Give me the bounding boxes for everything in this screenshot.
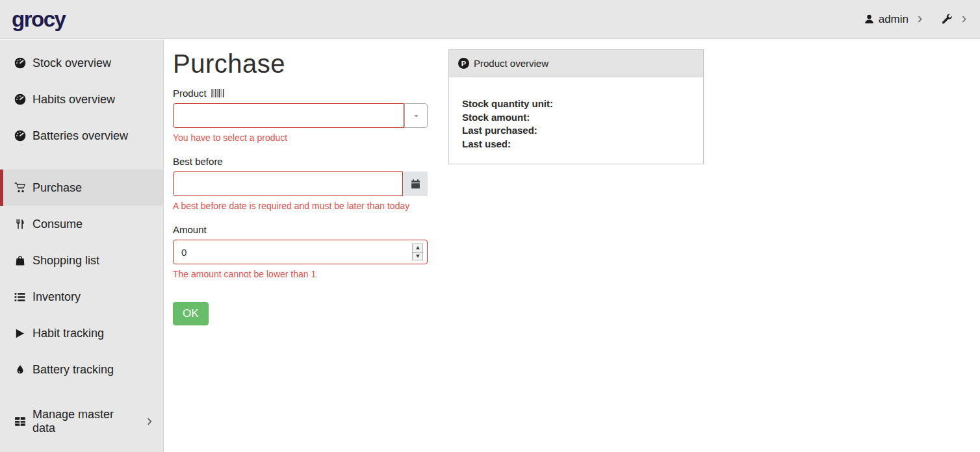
settings-chevron-right-icon[interactable] <box>960 15 968 23</box>
last-purchased-label: Last purchased: <box>462 124 690 138</box>
sidebar: Stock overview Habits overview Batteries… <box>0 40 164 452</box>
sidebar-item-habit-tracking[interactable]: Habit tracking <box>0 315 163 351</box>
table-icon <box>13 415 27 428</box>
amount-label: Amount <box>173 223 428 236</box>
product-field-group: Product You have to select a product <box>173 86 428 144</box>
sidebar-item-label: Manage master data <box>32 408 139 435</box>
stepper-down-icon[interactable] <box>413 252 422 260</box>
header-right: admin <box>864 13 968 26</box>
best-before-error: A best before date is required and must … <box>173 200 428 212</box>
sidebar-item-label: Batteries overview <box>32 129 128 143</box>
wrench-icon[interactable] <box>940 13 953 25</box>
product-overview-body: Stock quantity unit: Stock amount: Last … <box>449 77 703 164</box>
barcode-icon <box>211 89 225 97</box>
product-select-input[interactable] <box>173 103 404 128</box>
user-icon <box>864 14 875 25</box>
shopping-cart-icon <box>13 181 27 194</box>
utensils-icon <box>13 218 27 230</box>
sidebar-item-manage-master-data[interactable]: Manage master data <box>0 403 163 440</box>
tachometer-icon <box>13 93 27 106</box>
sidebar-item-stock-overview[interactable]: Stock overview <box>0 45 163 81</box>
product-label: Product <box>173 86 428 100</box>
sidebar-group-master-data: Manage master data <box>0 403 163 440</box>
best-before-input[interactable] <box>173 171 403 196</box>
sidebar-item-purchase[interactable]: Purchase <box>0 170 163 206</box>
sidebar-item-label: Inventory <box>32 290 81 304</box>
amount-stepper[interactable] <box>412 244 423 260</box>
user-name: admin <box>879 13 909 26</box>
stock-amount-label: Stock amount: <box>462 111 690 125</box>
sidebar-item-label: Habits overview <box>32 93 115 107</box>
main-content: Purchase Product You have to select a pr… <box>164 40 980 452</box>
amount-field-group: Amount The amount cannot be lower than 1 <box>173 223 428 281</box>
product-circle-icon: P <box>458 58 469 69</box>
product-error: You have to select a product <box>173 132 428 144</box>
product-overview-header: P Product overview <box>449 50 703 77</box>
ok-button[interactable]: OK <box>173 302 209 325</box>
app-logo[interactable]: grocy <box>12 7 65 32</box>
sidebar-item-label: Consume <box>32 218 83 231</box>
sidebar-item-label: Battery tracking <box>32 363 114 377</box>
list-icon <box>13 291 27 303</box>
calendar-button[interactable] <box>403 171 428 196</box>
product-overview-title: Product overview <box>474 58 548 69</box>
sidebar-item-shopping-list[interactable]: Shopping list <box>0 242 163 279</box>
sidebar-item-habits-overview[interactable]: Habits overview <box>0 81 163 118</box>
user-menu[interactable]: admin <box>864 13 909 26</box>
shopping-bag-icon <box>13 255 27 266</box>
tachometer-icon <box>13 129 27 142</box>
best-before-field-group: Best before A best before date is requir… <box>173 155 428 212</box>
product-select-toggle[interactable] <box>404 103 428 128</box>
sidebar-item-label: Habit tracking <box>32 327 104 340</box>
chevron-right-icon <box>145 417 154 426</box>
product-overview-card: P Product overview Stock quantity unit: … <box>448 49 704 164</box>
app-header: grocy admin <box>0 0 980 39</box>
sidebar-item-label: Stock overview <box>32 56 111 70</box>
sidebar-item-batteries-overview[interactable]: Batteries overview <box>0 118 163 154</box>
amount-error: The amount cannot be lower than 1 <box>173 268 428 281</box>
user-menu-chevron-right-icon[interactable] <box>916 15 924 23</box>
sidebar-item-inventory[interactable]: Inventory <box>0 279 163 315</box>
amount-input[interactable] <box>173 240 428 264</box>
caret-down-icon <box>413 112 420 119</box>
sidebar-item-battery-tracking[interactable]: Battery tracking <box>0 351 163 388</box>
sidebar-group-actions: Purchase Consume Shopping list Inventory… <box>0 170 163 388</box>
sidebar-group-overviews: Stock overview Habits overview Batteries… <box>0 45 163 154</box>
last-used-label: Last used: <box>462 138 690 151</box>
calendar-icon <box>410 179 421 190</box>
droplet-icon <box>13 364 27 375</box>
play-icon <box>13 328 27 339</box>
best-before-label: Best before <box>173 155 428 168</box>
purchase-form: Purchase Product You have to select a pr… <box>173 49 428 325</box>
sidebar-item-consume[interactable]: Consume <box>0 206 163 242</box>
stock-quantity-unit-label: Stock quantity unit: <box>462 97 690 111</box>
tachometer-icon <box>13 56 27 69</box>
sidebar-item-label: Shopping list <box>32 254 99 268</box>
sidebar-item-label: Purchase <box>32 181 82 195</box>
page-title: Purchase <box>173 49 428 78</box>
stepper-up-icon[interactable] <box>413 244 422 252</box>
